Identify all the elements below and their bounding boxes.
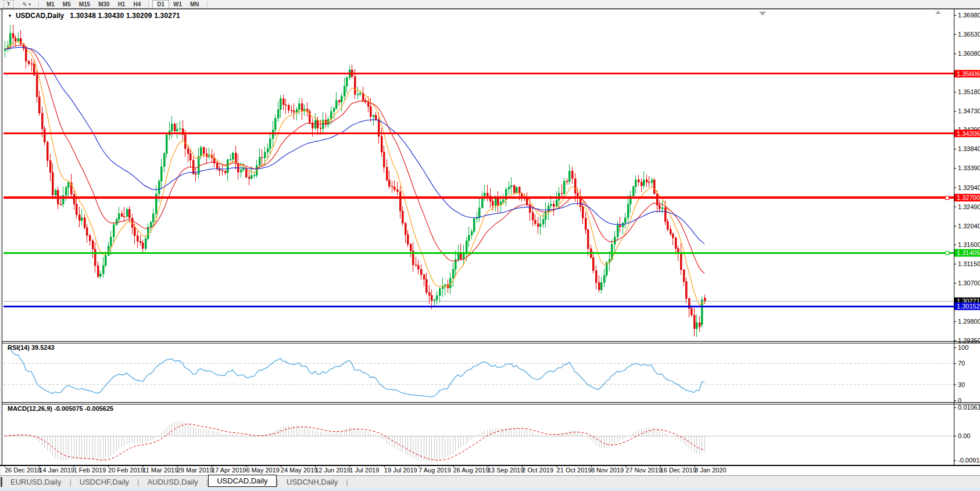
timeframe-group: M1M5M15M30H1H4D1W1MN	[42, 0, 211, 9]
mt4-terminal: T ✎ ▾ M1M5M15M30H1H4D1W1MN 1.369801.3653…	[0, 0, 980, 491]
chevron-down-icon: ▾	[28, 2, 31, 7]
chart-tab-eurusd[interactable]: EURUSD,Daily	[2, 477, 69, 487]
toolbar: T ✎ ▾ M1M5M15M30H1H4D1W1MN	[0, 0, 980, 9]
chart-title[interactable]: ▼ USDCAD,Daily 1.30348 1.30430 1.30209 1…	[8, 12, 180, 20]
macd-indicator-label: MACD(12,26,9) -0.005075 -0.005625	[8, 405, 113, 412]
chart-title-caret-icon: ▼	[8, 13, 12, 19]
chart-tab-audusd[interactable]: AUDUSD,Daily	[139, 477, 206, 487]
toolbar-separator	[148, 1, 149, 8]
timeframe-button-d1[interactable]: D1	[152, 0, 169, 9]
chart-symbol-label: USDCAD,Daily	[16, 12, 64, 20]
chart-tab-usdcad[interactable]: USDCAD,Daily	[208, 475, 276, 487]
pencil-icon: ✎	[23, 1, 27, 8]
timeframe-button-h4[interactable]: H4	[129, 1, 145, 8]
time-axis-area[interactable]	[0, 465, 954, 475]
chart-tab-usdcnh[interactable]: USDCNH,Daily	[278, 477, 346, 487]
macd-panel-area[interactable]	[3, 404, 954, 464]
price-axis-area[interactable]	[954, 9, 980, 465]
status-bar	[0, 488, 980, 491]
timeframe-button-h1[interactable]: H1	[114, 1, 130, 8]
chart-ohlc-values: 1.30348 1.30430 1.30209 1.30271	[70, 12, 180, 20]
timeframe-button-m5[interactable]: M5	[59, 1, 75, 8]
timeframe-button-m1[interactable]: M1	[42, 1, 59, 8]
timeframe-button-m15[interactable]: M15	[75, 1, 94, 8]
tab-separator: |	[346, 478, 348, 486]
chart-tab-bar: EURUSD,Daily|USDCHF,Daily|AUDUSD,Daily|U…	[0, 475, 980, 488]
toolbar-separator	[207, 1, 208, 8]
timeframe-button-m30[interactable]: M30	[94, 1, 113, 8]
timeframe-button-w1[interactable]: W1	[169, 1, 186, 8]
text-tool-button[interactable]: T	[3, 0, 14, 8]
timeframe-button-mn[interactable]: MN	[186, 1, 203, 8]
rsi-panel-area[interactable]	[3, 343, 954, 402]
chart-tab-usdchf[interactable]: USDCHF,Daily	[71, 477, 137, 487]
toolbar-separator	[38, 1, 39, 8]
draw-tool-button[interactable]: ✎ ▾	[19, 1, 35, 8]
price-chart-area[interactable]	[3, 9, 954, 341]
rsi-indicator-label: RSI(14) 39.5243	[8, 344, 55, 351]
